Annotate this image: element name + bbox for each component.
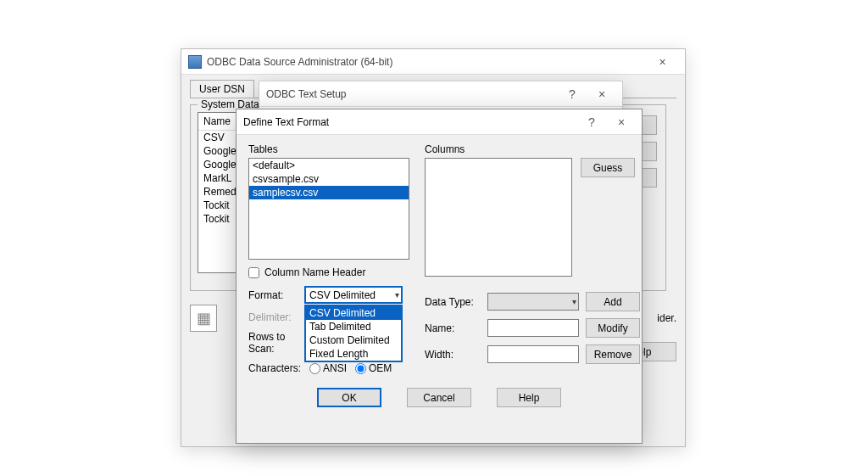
close-icon[interactable]: × [643,49,682,75]
delimiter-label: Delimiter: [248,311,299,323]
cancel-button[interactable]: Cancel [407,388,471,407]
add-column-button[interactable]: Add [586,292,640,311]
close-icon[interactable]: × [604,109,638,135]
name-label: Name: [425,322,481,334]
oem-radio-input[interactable] [355,363,366,374]
column-name-header-input[interactable] [248,267,259,278]
name-input[interactable] [487,319,579,337]
oem-radio[interactable]: OEM [355,362,392,374]
ansi-radio-label: ANSI [323,362,347,374]
text-setup-title: ODBC Text Setup [266,88,559,100]
width-input[interactable] [487,345,579,363]
odbc-admin-titlebar: ODBC Data Source Administrator (64-bit) … [181,49,685,75]
remove-column-button[interactable]: Remove [586,344,640,364]
tab-user-dsn[interactable]: User DSN [190,80,254,98]
close-icon[interactable]: × [585,81,619,107]
characters-label: Characters: [248,362,304,374]
format-dropdown[interactable]: CSV Delimited Tab Delimited Custom Delim… [304,305,403,362]
define-text-format-dialog: Define Text Format ? × Tables <default> … [236,109,643,444]
format-option[interactable]: Tab Delimited [306,320,401,333]
database-icon: ▦ [190,305,217,332]
list-item-selected[interactable]: samplecsv.csv [249,186,409,199]
help-button[interactable]: Help [497,388,561,407]
help-icon[interactable]: ? [559,81,585,107]
list-item[interactable]: csvsample.csv [249,172,409,186]
odbc-text-setup-window: ODBC Text Setup ? × [259,81,623,110]
columns-listbox[interactable] [425,158,572,277]
ok-button[interactable]: OK [317,388,381,407]
column-name-header-checkbox[interactable]: Column Name Header [248,266,409,278]
left-column: Tables <default> csvsample.csv samplecsv… [248,143,409,374]
dialog-buttons: OK Cancel Help [236,383,642,417]
guess-button[interactable]: Guess [581,158,635,177]
format-value: CSV Delimited [309,289,376,301]
format-combobox[interactable]: CSV Delimited ▾ [304,286,403,304]
odbc-admin-title: ODBC Data Source Administrator (64-bit) [207,56,643,68]
format-option[interactable]: CSV Delimited [306,306,401,320]
format-label: Format: [248,289,299,301]
column-name-header-label: Column Name Header [264,266,365,278]
help-icon[interactable]: ? [579,109,604,135]
modify-column-button[interactable]: Modify [586,318,640,338]
columns-label: Columns [425,143,640,155]
data-type-combobox[interactable]: ▾ [487,293,579,311]
define-title: Define Text Format [243,116,579,128]
list-item[interactable]: <default> [249,159,409,172]
width-label: Width: [425,349,481,361]
define-titlebar: Define Text Format ? × [236,109,642,135]
oem-radio-label: OEM [369,362,392,374]
rows-to-scan-label: Rows to Scan: [248,331,309,355]
ansi-radio[interactable]: ANSI [309,362,347,374]
footnote-text: ider. [657,312,676,324]
tables-label: Tables [248,143,409,155]
ansi-radio-input[interactable] [309,363,320,374]
tables-listbox[interactable]: <default> csvsample.csv samplecsv.csv [248,158,409,260]
data-type-label: Data Type: [425,296,481,308]
format-option[interactable]: Fixed Length [306,347,401,361]
odbc-icon [188,55,202,69]
right-column: Columns Guess Data Type: ▾ Add [425,143,640,374]
text-setup-titlebar: ODBC Text Setup ? × [259,81,622,107]
chevron-down-icon: ▾ [395,290,399,300]
chevron-down-icon: ▾ [572,297,576,306]
format-option[interactable]: Custom Delimited [306,333,401,347]
